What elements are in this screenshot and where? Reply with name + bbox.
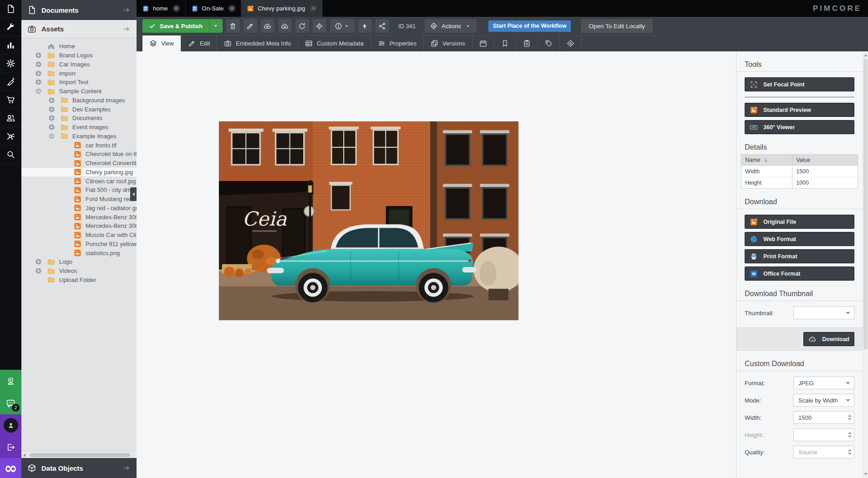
close-tab-icon[interactable]: × [173, 5, 180, 12]
close-tab-icon[interactable]: × [310, 5, 317, 12]
assets-panel-header[interactable]: Assets [21, 20, 137, 38]
tree-panel-collapse-handle[interactable] [130, 187, 137, 201]
window-tab-on-sale[interactable]: On-Sale× [186, 0, 242, 17]
rail-logout-button[interactable] [0, 436, 21, 458]
original-file-button[interactable]: Original File [745, 215, 854, 229]
rail-documents-button[interactable] [0, 0, 21, 18]
rail-customers-button[interactable] [0, 109, 21, 127]
toolbar-reload-button[interactable] [295, 19, 309, 33]
tab-custom-metadata[interactable]: Custom Metadata [298, 35, 371, 51]
close-tab-icon[interactable]: × [228, 5, 235, 12]
documents-panel-header[interactable]: Documents [21, 0, 137, 20]
tab-view[interactable]: View [142, 35, 181, 51]
set-focal-point-button[interactable]: Set Focal Point [745, 77, 854, 91]
toolbar-share-button[interactable] [376, 19, 389, 33]
rail-settings-button[interactable] [0, 55, 21, 73]
scroll-down-arrow-icon[interactable] [864, 473, 868, 475]
tree-item-statistics-png[interactable]: statistics.png [21, 248, 137, 257]
toolbar-locate-in-tree-button[interactable] [313, 19, 326, 33]
spinner-arrows[interactable] [848, 449, 852, 455]
toolbar-info-button[interactable] [330, 19, 355, 33]
tree-item-porsche-911-yellow-urban-jp[interactable]: Porsche 911 yellow urban.jp [21, 240, 137, 249]
tree-item-chevrolet-convertible-illustr[interactable]: Chevrolet Convertible Illustr [21, 159, 137, 168]
tree-item-videos[interactable]: Videos [21, 267, 137, 276]
scroll-left-arrow-icon[interactable] [23, 453, 25, 457]
tab-embedded-meta-info[interactable]: Embedded Meta Info [217, 35, 298, 51]
tab-workflow[interactable] [560, 35, 582, 51]
quality-input[interactable]: Source [793, 446, 854, 458]
tab-tags[interactable] [538, 35, 560, 51]
tree-item-muscle-car-with-clipping-pat[interactable]: Muscle Car with Clipping Pat [21, 231, 137, 240]
tree-item-event-images[interactable]: Event images [21, 123, 137, 132]
tree-expander[interactable] [35, 87, 42, 95]
data-objects-panel-header[interactable]: Data Objects [21, 458, 137, 478]
pimcore-logo-icon[interactable]: ∞ [0, 458, 21, 478]
toolbar-rename-button[interactable] [244, 19, 257, 33]
height-input[interactable] [793, 428, 854, 441]
tree-expander[interactable] [35, 258, 42, 266]
tree-item-ford-mustang-red-front-jpg[interactable]: Ford Mustang red front.jpg [21, 195, 137, 204]
tree-item-car-fronts-tif[interactable]: car fronts.tif [21, 141, 137, 150]
toolbar-delete-button[interactable] [226, 19, 240, 33]
tree-expander[interactable] [48, 96, 56, 104]
window-tab-home[interactable]: home× [137, 0, 186, 17]
tree-item-documents[interactable]: Documents [21, 114, 137, 123]
tree-expander[interactable] [48, 114, 56, 122]
tree-expander[interactable] [35, 267, 42, 275]
rail-video-session-button[interactable] [0, 370, 21, 392]
tree-item-home[interactable]: Home [21, 42, 137, 51]
save-publish-button[interactable]: Save & Publish [142, 19, 223, 33]
scrollbar-thumb[interactable] [30, 453, 130, 457]
tree-expander[interactable] [35, 60, 42, 68]
download-button[interactable]: Download [803, 332, 854, 346]
tab-properties[interactable]: Properties [371, 35, 424, 51]
tree-item-upload-folder[interactable]: Upload Folder [21, 276, 137, 285]
rail-reports-button[interactable] [0, 36, 21, 55]
spinner-arrows[interactable] [848, 432, 852, 438]
tree-item-jag-red-radiator-grill-jpg[interactable]: Jag red - radiator grill.jpg [21, 204, 137, 213]
tree-expander[interactable] [48, 132, 56, 140]
tab-notes-events[interactable] [516, 35, 538, 51]
workflow-start-button[interactable]: Start Place of the Workflow [488, 20, 571, 32]
web-format-button[interactable]: Web Format [745, 232, 854, 246]
rail-tools-button[interactable] [0, 18, 21, 36]
details-row[interactable]: Height1000 [741, 177, 858, 188]
toolbar-clear-thumbnails-button[interactable] [358, 19, 372, 33]
rail-ecommerce-button[interactable] [0, 91, 21, 109]
open-to-edit-locally-button[interactable]: Open To Edit Locally [581, 19, 653, 33]
details-row[interactable]: Width1500 [741, 166, 858, 177]
format-select[interactable]: JPEG [793, 377, 854, 389]
tree-item-sample-content[interactable]: Sample Content [21, 87, 137, 96]
tree-item-import[interactable]: import [21, 69, 137, 78]
scroll-up-arrow-icon[interactable] [864, 54, 868, 56]
tree-item-import-test[interactable]: Import Test [21, 78, 137, 87]
rail-marketing-button[interactable] [0, 73, 21, 91]
rail-connections-button[interactable] [0, 127, 21, 146]
thumbnail-select[interactable] [793, 307, 854, 319]
rail-user-profile-button[interactable] [0, 414, 21, 436]
mode-select[interactable]: Scale by Width [793, 394, 854, 407]
width-input[interactable]: 1500 [793, 411, 854, 424]
tab-bookmark[interactable] [494, 35, 516, 51]
tab-versions[interactable]: Versions [424, 35, 472, 51]
tree-item-dev-examples[interactable]: Dev Examples [21, 105, 137, 114]
column-header-value[interactable]: Value [792, 155, 858, 166]
tree-expander[interactable] [48, 123, 56, 131]
tree-expander[interactable] [35, 70, 42, 77]
tree-expander[interactable] [35, 51, 42, 59]
rail-search-button[interactable] [0, 146, 21, 164]
standard-preview-button[interactable]: Standard Preview [745, 103, 854, 117]
actions-button[interactable]: Actions [425, 19, 477, 33]
tree-expander[interactable] [48, 106, 56, 113]
tree-item-brand-logos[interactable]: Brand Logos [21, 51, 137, 60]
column-header-name[interactable]: Name [741, 155, 792, 166]
tree-item-chevrolet-blue-on-the-road-j[interactable]: Chevrolet blue on the road.j [21, 150, 137, 159]
window-tab-chevy-parking-jpg[interactable]: Chevy parking.jpg× [241, 0, 323, 17]
tree-item-fiat-500-city-drive-jpg[interactable]: Fiat 500 - city drive.jpg [21, 186, 137, 195]
tree-item-car-images[interactable]: Car Images [21, 60, 137, 69]
print-format-button[interactable]: Print Format [745, 249, 854, 263]
tree-item-mercedes-benz-300-sl-back[interactable]: Mercedes-Benz 300 SL Back. [21, 212, 137, 221]
scrollbar-thumb[interactable] [863, 59, 868, 350]
tab-schedule[interactable] [472, 35, 494, 51]
rail-chat-button[interactable]: 2 [0, 392, 21, 414]
